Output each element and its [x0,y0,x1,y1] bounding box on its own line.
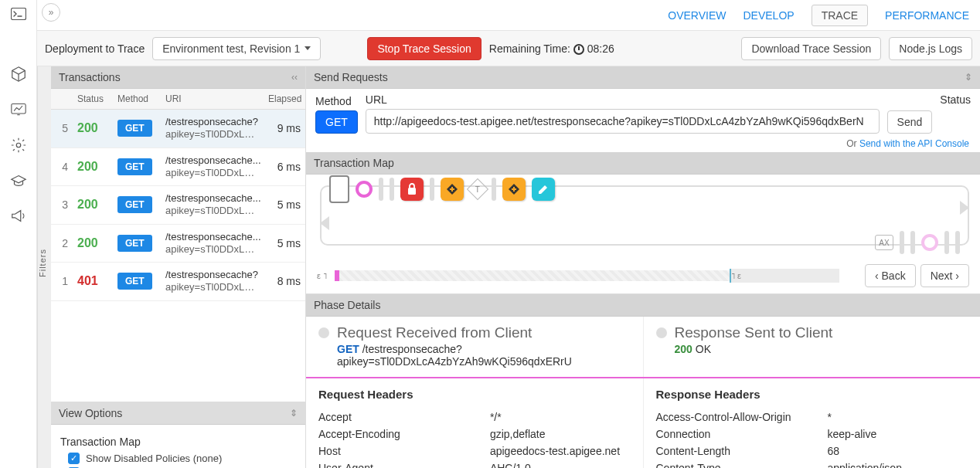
clock-icon [573,44,584,55]
client-icon[interactable] [329,175,349,203]
next-button[interactable]: Next › [920,264,969,287]
epsilon-left: ε ˥ [317,271,327,281]
header-row: Access-Control-Allow-Origin* [656,409,968,426]
header-row: Content-Length68 [656,443,968,460]
phase-response-title: Response Sent to Client [656,324,968,341]
url-label: URL [366,93,880,106]
response-marker[interactable] [921,234,938,251]
transaction-row[interactable]: 1401GET/testresponsecache?apikey=sTl0DDx… [51,263,305,301]
opt-disabled[interactable]: ✓Show Disabled Policies (none) [60,451,296,466]
expand-icon[interactable]: ⇕ [965,72,972,83]
env-dropdown[interactable]: Environment test, Revision 1 [152,37,321,60]
transaction-row[interactable]: 2200GET/testresponsecache...apikey=sTl0D… [51,225,305,263]
phase-details-header: Phase Details [306,294,980,317]
svg-rect-3 [408,188,416,195]
response-headers-title: Response Headers [656,388,968,401]
megaphone-icon[interactable] [9,207,28,226]
arrow-forward-icon [960,201,969,215]
tab-trace[interactable]: TRACE [812,5,868,26]
vo-map-label: Transaction Map [60,436,296,448]
analytics-icon[interactable] [9,100,28,119]
transaction-row[interactable]: 5200GET/testresponsecache?apikey=sTl0DDx… [51,110,305,148]
request-headers-title: Request Headers [318,388,631,401]
epsilon-right: ˥ ε [731,271,741,281]
filters-tab[interactable]: Filters [37,66,51,468]
toolbar: Deployment to Trace Environment test, Re… [37,31,980,66]
policy-edit-icon[interactable] [532,178,555,201]
nodejs-logs-button[interactable]: Node.js Logs [889,37,972,60]
phase-response-line: 200 OK [675,343,968,355]
send-button[interactable]: Send [887,110,933,134]
transactions-header: Transactions ‹‹ [51,66,305,89]
header-row: User-AgentAHC/1.0 [318,460,631,468]
transaction-map: T AX [306,175,980,255]
deployment-label: Deployment to Trace [45,42,145,55]
request-start-marker[interactable] [356,181,373,198]
header-row: Accept*/* [318,409,631,426]
response-headers-table: Access-Control-Allow-Origin*Connectionke… [656,409,968,468]
policy-assign-icon[interactable] [441,178,464,201]
policy-assign2-icon[interactable] [502,178,526,201]
header-row: Hostapigeedocs-test.apigee.net [318,443,631,460]
method-select[interactable]: GET [315,110,358,134]
svg-rect-0 [12,8,26,20]
api-console-link[interactable]: Send with the API Console [859,138,969,149]
rail-expand-icon[interactable]: » [42,3,60,22]
expand-icon[interactable]: ⇕ [290,408,298,419]
collapse-left-icon[interactable]: ‹‹ [291,72,298,83]
learn-icon[interactable] [9,171,28,190]
phase-request-title: Request Received from Client [318,324,631,341]
arrow-back-icon [320,216,329,230]
header-row: Connectionkeep-alive [656,426,968,443]
condition-icon[interactable]: T [467,178,488,200]
chevron-down-icon [305,46,311,50]
url-input[interactable] [366,109,880,134]
transactions-columns: Status Method URI Elapsed [51,89,305,110]
request-headers-table: Accept*/*Accept-Encodinggzip,deflateHost… [318,409,631,468]
analytics-marker-icon[interactable]: AX [875,235,893,250]
timeline-bar[interactable] [335,270,839,281]
api-console-link-row: Or Send with the API Console [306,137,980,152]
tab-performance[interactable]: PERFORMANCE [885,9,969,22]
phase-request-line: GET /testresponsecache? apikey=sTl0DDxLc… [337,343,631,368]
package-icon[interactable] [9,65,28,83]
policy-verify-key-icon[interactable] [400,178,424,201]
view-options-header[interactable]: View Options ⇕ [51,402,305,425]
method-label: Method [315,95,358,107]
remaining-time-label: Remaining Time: 08:26 [489,42,614,55]
svg-point-2 [16,143,21,148]
transaction-row[interactable]: 4200GET/testresponsecache...apikey=sTl0D… [51,148,305,187]
stop-trace-button[interactable]: Stop Trace Session [367,37,481,60]
terminal-icon[interactable] [9,5,28,23]
status-label: Status [940,93,971,106]
left-rail: » [0,0,37,468]
header-row: Accept-Encodinggzip,deflate [318,426,631,443]
tab-overview[interactable]: OVERVIEW [668,9,726,22]
transaction-map-header: Transaction Map [306,152,980,175]
transaction-row[interactable]: 3200GET/testresponsecache...apikey=sTl0D… [51,186,305,225]
send-requests-header: Send Requests ⇕ [306,66,980,89]
header-row: Content-Typeapplication/json [656,460,968,468]
tab-develop[interactable]: DEVELOP [744,9,795,22]
top-nav: OVERVIEW DEVELOP TRACE PERFORMANCE [37,0,980,31]
back-button[interactable]: ‹ Back [865,264,916,287]
download-trace-button[interactable]: Download Trace Session [741,37,881,60]
gear-icon[interactable] [9,136,28,154]
